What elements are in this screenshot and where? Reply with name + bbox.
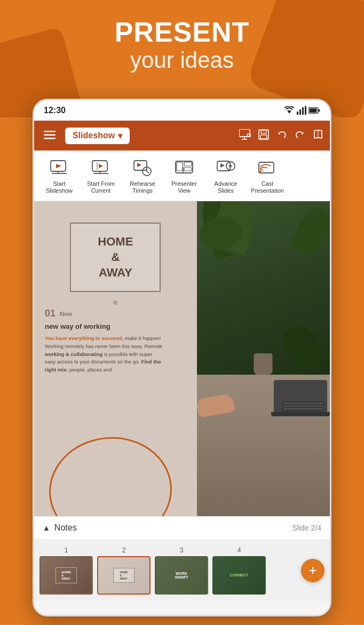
svg-rect-40 <box>184 162 192 166</box>
svg-rect-18 <box>260 135 267 139</box>
present-icon[interactable] <box>239 129 251 143</box>
wifi-icon <box>284 106 295 115</box>
cast-presentation-label: CastPresentation <box>251 180 284 194</box>
start-from-current-label: Start FromCurrent <box>87 180 115 194</box>
slideshow-btn-label: Slideshow <box>73 131 115 140</box>
slideshow-dropdown-button[interactable]: Slideshow ▾ <box>65 128 130 144</box>
thumbnails-bar: 1 HOME&AWAY 2 HOME&AWAY <box>34 540 330 601</box>
thumb-img-2: HOME&AWAY <box>97 556 151 595</box>
add-slide-icon: + <box>308 562 316 579</box>
rehearse-timings-button[interactable]: RehearseTimings <box>122 156 163 196</box>
app-toolbar: Slideshow ▾ <box>34 121 330 151</box>
hero-title: PRESENT <box>0 17 364 48</box>
advance-slides-icon <box>216 158 236 178</box>
cast-presentation-icon <box>257 158 278 178</box>
presenter-view-label: PresenterView <box>171 180 197 194</box>
toolbar-actions <box>239 129 323 143</box>
svg-point-48 <box>259 171 261 173</box>
status-bar: 12:30 <box>34 100 330 121</box>
cast-presentation-button[interactable]: CastPresentation <box>247 156 288 196</box>
hero-subtitle: your ideas <box>0 48 364 73</box>
advance-slides-button[interactable]: AdvanceSlides <box>205 156 247 196</box>
start-from-current-icon <box>91 158 111 178</box>
notes-label: Notes <box>54 523 77 533</box>
slide-left-panel: HOME&AWAY 01 Now new way of working You … <box>34 201 197 516</box>
slide-thumbnail-3[interactable]: 3 WORKSMART <box>155 547 208 595</box>
svg-marker-0 <box>287 110 291 114</box>
thumb-img-1: HOME&AWAY <box>39 556 93 595</box>
svg-rect-9 <box>44 135 56 136</box>
signal-icon <box>297 106 306 115</box>
svg-rect-7 <box>310 109 317 113</box>
slide-thumbnail-4[interactable]: 4 CONNECT <box>212 547 266 595</box>
presenter-view-icon <box>174 158 194 178</box>
status-time: 12:30 <box>44 106 66 115</box>
new-way-title: new way of working <box>45 322 186 330</box>
hero-section: PRESENT your ideas <box>0 0 364 73</box>
svg-marker-43 <box>220 163 225 168</box>
start-slideshow-icon <box>49 158 69 178</box>
svg-rect-3 <box>302 107 304 115</box>
svg-marker-33 <box>137 163 141 167</box>
notes-chevron-icon: ▲ <box>43 524 50 532</box>
thumb-num-2: 2 <box>122 547 126 554</box>
thumb-num-3: 3 <box>180 547 184 554</box>
slide-now-label: Now <box>60 311 72 317</box>
rehearse-timings-icon <box>132 158 153 178</box>
svg-rect-1 <box>297 112 298 115</box>
svg-marker-28 <box>99 164 103 168</box>
home-away-text: HOME&AWAY <box>80 234 151 280</box>
phone-mockup: 12:30 <box>33 99 331 616</box>
svg-line-36 <box>147 171 149 173</box>
svg-rect-17 <box>261 130 266 133</box>
slide-right-panel <box>197 201 330 516</box>
svg-rect-4 <box>305 106 306 115</box>
dropdown-arrow-icon: ▾ <box>118 131 122 141</box>
advance-slides-label: AdvanceSlides <box>215 180 238 194</box>
svg-rect-39 <box>177 162 183 171</box>
thumb-img-3: WORKSMART <box>155 556 208 595</box>
svg-rect-8 <box>44 131 56 132</box>
notes-bar: ▲ Notes Slide 2/4 <box>34 516 330 540</box>
svg-rect-6 <box>319 109 320 112</box>
slide-body-text: You have everything to succeed, make it … <box>45 335 162 374</box>
svg-rect-41 <box>184 168 192 171</box>
slide-area: HOME&AWAY 01 Now new way of working You … <box>34 201 330 516</box>
rehearse-timings-label: RehearseTimings <box>130 180 155 194</box>
book-icon[interactable] <box>313 129 323 143</box>
thumb-num-4: 4 <box>238 547 241 554</box>
status-icons <box>284 106 320 115</box>
svg-rect-31 <box>97 162 98 170</box>
thumb-img-4: CONNECT <box>212 556 266 595</box>
slideshow-ribbon: StartSlideshow Start FromCurrent <box>34 151 330 201</box>
battery-icon <box>308 107 320 114</box>
start-from-current-button[interactable]: Start FromCurrent <box>80 156 122 196</box>
start-slideshow-button[interactable]: StartSlideshow <box>38 156 80 196</box>
slide-thumbnail-2[interactable]: 2 HOME&AWAY <box>97 547 151 595</box>
circle-annotation <box>45 432 177 517</box>
start-slideshow-label: StartSlideshow <box>46 180 73 194</box>
save-icon[interactable] <box>258 129 269 143</box>
undo-icon[interactable] <box>276 129 287 143</box>
notes-left[interactable]: ▲ Notes <box>43 523 77 533</box>
presenter-view-button[interactable]: PresenterView <box>163 156 205 196</box>
hamburger-button[interactable] <box>41 126 59 145</box>
svg-marker-24 <box>56 164 61 168</box>
thumb-num-1: 1 <box>65 547 68 554</box>
hamburger-icon <box>44 131 56 139</box>
svg-rect-11 <box>239 129 250 137</box>
svg-rect-10 <box>44 138 56 139</box>
add-slide-button[interactable]: + <box>301 559 325 582</box>
slide-indicator: Slide 2/4 <box>292 524 321 532</box>
svg-rect-2 <box>299 109 301 115</box>
home-away-box: HOME&AWAY <box>70 223 161 292</box>
slide-thumbnail-1[interactable]: 1 HOME&AWAY <box>39 547 93 595</box>
redo-icon[interactable] <box>295 129 305 143</box>
slide-number: 01 <box>45 308 56 319</box>
